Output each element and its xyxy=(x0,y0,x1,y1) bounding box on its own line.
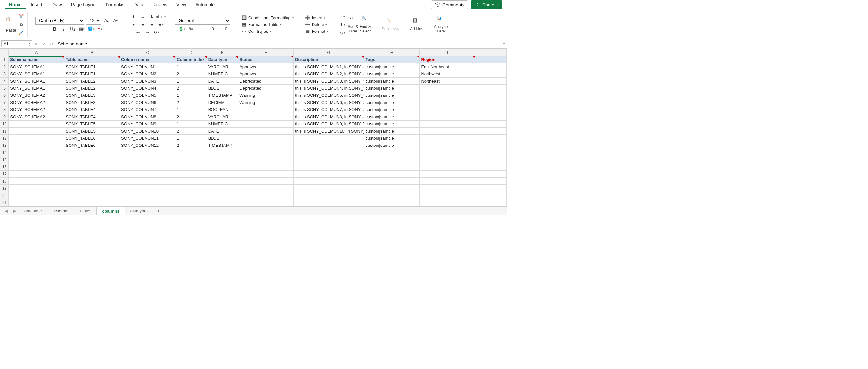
cell[interactable]: SONY_SCHEMA2 xyxy=(9,92,64,99)
cell[interactable]: DECIMAL xyxy=(207,99,238,106)
cell[interactable]: this is SONY_COLMUN3, in SONY_S xyxy=(294,78,364,85)
row-header[interactable]: 6 xyxy=(0,92,9,99)
cell[interactable]: custom|sample xyxy=(364,121,420,128)
cell[interactable]: SONY_TABLE2 xyxy=(64,78,120,85)
header-cell[interactable]: Description xyxy=(294,56,364,63)
cell[interactable]: this is SONY_COLMUN6, in SONY_S xyxy=(294,99,364,106)
fill-button[interactable]: ⬇▾ xyxy=(339,21,346,28)
align-center-button[interactable]: ≡ xyxy=(139,21,146,28)
cell[interactable] xyxy=(9,178,64,185)
ribbon-tab-automate[interactable]: Automate xyxy=(191,1,219,9)
enter-formula-button[interactable]: ✓ xyxy=(40,41,48,47)
cell[interactable] xyxy=(420,85,475,92)
cell[interactable]: SONY_COLMUN4 xyxy=(120,85,176,92)
cell[interactable]: 2 xyxy=(176,99,207,106)
cell[interactable] xyxy=(207,149,238,156)
font-color-button[interactable]: A▾ xyxy=(96,25,104,32)
add-sheet-button[interactable]: + xyxy=(154,208,163,215)
row-header[interactable]: 1 xyxy=(0,56,9,63)
cell[interactable]: TIMESTAMP xyxy=(207,142,238,149)
cell[interactable] xyxy=(364,192,420,199)
spreadsheet-grid[interactable]: ABCDEFGHI1Schema nameTable nameColumn na… xyxy=(0,49,507,206)
cell[interactable]: 2 xyxy=(176,85,207,92)
cell[interactable] xyxy=(420,99,475,106)
cell[interactable]: Approved xyxy=(238,70,294,78)
cell[interactable]: this is SONY_COLMUN1, in SONY_S xyxy=(294,63,364,70)
ribbon-tab-view[interactable]: View xyxy=(172,1,191,9)
row-header[interactable]: 9 xyxy=(0,113,9,121)
row-header[interactable]: 8 xyxy=(0,106,9,113)
header-cell[interactable]: Table name xyxy=(64,56,120,63)
clear-button[interactable]: ◇▾ xyxy=(339,29,346,36)
cell[interactable] xyxy=(176,185,207,192)
cell[interactable]: SONY_COLMUN10 xyxy=(120,128,176,135)
cell[interactable] xyxy=(238,142,294,149)
cell[interactable]: this is SONY_COLMUN5, in SONY_S xyxy=(294,92,364,99)
align-middle-button[interactable]: ≡ xyxy=(139,13,146,21)
cell[interactable]: this is SONY_COLMUN8, in SONY_S xyxy=(294,113,364,121)
sheet-tab-schemas[interactable]: schemas xyxy=(47,207,75,215)
cell[interactable] xyxy=(207,178,238,185)
delete-cells-button[interactable]: ➖Delete▾ xyxy=(305,22,328,28)
name-box-spinner[interactable]: ▴▾ xyxy=(29,41,30,46)
header-cell[interactable]: Data type xyxy=(207,56,238,63)
ribbon-tab-data[interactable]: Data xyxy=(129,1,148,9)
cell[interactable] xyxy=(207,185,238,192)
row-header[interactable]: 3 xyxy=(0,70,9,78)
cell[interactable]: 1 xyxy=(176,78,207,85)
cell[interactable] xyxy=(294,142,364,149)
cell[interactable]: BLOB xyxy=(207,135,238,142)
cell[interactable]: 1 xyxy=(176,63,207,70)
cell[interactable]: Warning xyxy=(238,99,294,106)
cell[interactable] xyxy=(207,171,238,178)
cell[interactable] xyxy=(420,121,475,128)
cell[interactable]: this is SONY_COLMUN10, in SONY_ xyxy=(294,128,364,135)
row-header[interactable]: 15 xyxy=(0,156,9,163)
cell[interactable] xyxy=(238,121,294,128)
cancel-formula-button[interactable]: ✕ xyxy=(32,41,40,47)
cell[interactable] xyxy=(9,192,64,199)
cell[interactable] xyxy=(238,163,294,171)
cell[interactable]: SONY_COLMUN12 xyxy=(120,142,176,149)
cell[interactable]: SONY_COLMUN3 xyxy=(120,78,176,85)
sheet-tab-tables[interactable]: tables xyxy=(75,207,97,215)
autosum-button[interactable]: Σ▾ xyxy=(339,13,346,20)
sheet-tab-database[interactable]: database xyxy=(19,207,48,215)
conditional-formatting-button[interactable]: 🔲Conditional Formatting▾ xyxy=(241,15,294,21)
cell[interactable]: SONY_TABLE4 xyxy=(64,106,120,113)
cell[interactable] xyxy=(207,163,238,171)
number-format-select[interactable]: General xyxy=(175,17,230,25)
row-header[interactable]: 12 xyxy=(0,135,9,142)
cell[interactable] xyxy=(176,199,207,206)
ribbon-tab-review[interactable]: Review xyxy=(148,1,172,9)
cell[interactable]: SONY_TABLE6 xyxy=(64,142,120,149)
cell[interactable]: custom|sample xyxy=(364,113,420,121)
cell[interactable] xyxy=(120,171,176,178)
cell[interactable] xyxy=(9,128,64,135)
cell[interactable] xyxy=(64,156,120,163)
cell[interactable] xyxy=(294,163,364,171)
cell[interactable] xyxy=(238,192,294,199)
column-header[interactable]: G xyxy=(294,49,364,56)
row-header[interactable]: 10 xyxy=(0,121,9,128)
cell[interactable]: custom|sample xyxy=(364,135,420,142)
cell[interactable]: Northeast xyxy=(420,78,475,85)
row-header[interactable]: 17 xyxy=(0,171,9,178)
ribbon-tab-page-layout[interactable]: Page Layout xyxy=(67,1,101,9)
sheet-tab-datatypes[interactable]: datatypes xyxy=(125,207,154,215)
font-name-select[interactable]: Calibri (Body) xyxy=(35,17,84,25)
cell[interactable] xyxy=(420,171,475,178)
row-header[interactable]: 11 xyxy=(0,128,9,135)
cell[interactable]: VARCHAR xyxy=(207,113,238,121)
cell[interactable] xyxy=(364,178,420,185)
cell[interactable] xyxy=(238,199,294,206)
cell[interactable] xyxy=(420,185,475,192)
bold-button[interactable]: B xyxy=(51,25,58,32)
cell[interactable] xyxy=(176,156,207,163)
cell[interactable]: SONY_COLMUN1 xyxy=(120,63,176,70)
column-header[interactable] xyxy=(475,49,507,56)
cell[interactable] xyxy=(120,149,176,156)
fill-color-button[interactable]: 🪣▾ xyxy=(87,25,95,32)
row-header[interactable]: 19 xyxy=(0,185,9,192)
cell[interactable] xyxy=(364,199,420,206)
